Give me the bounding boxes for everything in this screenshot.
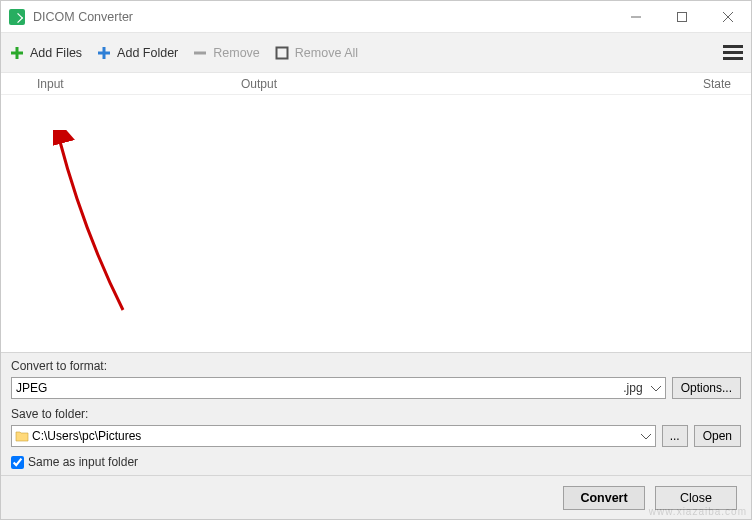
same-as-input-label: Same as input folder xyxy=(28,455,138,469)
close-window-button[interactable] xyxy=(705,1,751,33)
format-name: JPEG xyxy=(16,381,47,395)
footer: Convert Close xyxy=(1,475,751,519)
remove-all-button[interactable]: Remove All xyxy=(274,45,358,61)
col-input: Input xyxy=(1,77,201,91)
file-list[interactable] xyxy=(1,95,751,352)
plus-icon xyxy=(96,45,112,61)
toolbar: Add Files Add Folder Remove Remove All xyxy=(1,33,751,73)
menu-button[interactable] xyxy=(723,45,743,60)
open-button[interactable]: Open xyxy=(694,425,741,447)
options-label: Options... xyxy=(681,381,732,395)
add-folder-label: Add Folder xyxy=(117,46,178,60)
col-state: State xyxy=(671,77,751,91)
folder-path: C:\Users\pc\Pictures xyxy=(32,429,141,443)
convert-button[interactable]: Convert xyxy=(563,486,645,510)
close-button-label: Close xyxy=(680,491,712,505)
minus-icon xyxy=(192,45,208,61)
remove-all-label: Remove All xyxy=(295,46,358,60)
options-button[interactable]: Options... xyxy=(672,377,741,399)
chevron-down-icon xyxy=(651,381,661,395)
add-folder-button[interactable]: Add Folder xyxy=(96,45,178,61)
add-files-label: Add Files xyxy=(30,46,82,60)
window-title: DICOM Converter xyxy=(33,10,133,24)
folder-select[interactable]: C:\Users\pc\Pictures xyxy=(11,425,656,447)
close-button[interactable]: Close xyxy=(655,486,737,510)
browse-label: ... xyxy=(670,429,680,443)
same-as-input-input[interactable] xyxy=(11,456,24,469)
chevron-down-icon xyxy=(641,429,651,443)
app-icon xyxy=(9,9,25,25)
title-bar: DICOM Converter xyxy=(1,1,751,33)
save-label: Save to folder: xyxy=(11,407,741,421)
remove-label: Remove xyxy=(213,46,260,60)
square-icon xyxy=(274,45,290,61)
plus-icon xyxy=(9,45,25,61)
settings-panel: Convert to format: JPEG .jpg Options... … xyxy=(1,352,751,475)
browse-button[interactable]: ... xyxy=(662,425,688,447)
open-label: Open xyxy=(703,429,732,443)
same-as-input-checkbox[interactable]: Same as input folder xyxy=(11,455,741,469)
maximize-button[interactable] xyxy=(659,1,705,33)
format-ext: .jpg xyxy=(623,381,642,395)
format-select[interactable]: JPEG .jpg xyxy=(11,377,666,399)
col-output: Output xyxy=(201,77,671,91)
folder-icon xyxy=(12,426,32,446)
annotation-arrow xyxy=(53,130,153,330)
convert-button-label: Convert xyxy=(580,491,627,505)
add-files-button[interactable]: Add Files xyxy=(9,45,82,61)
convert-label: Convert to format: xyxy=(11,359,741,373)
remove-button[interactable]: Remove xyxy=(192,45,260,61)
column-header: Input Output State xyxy=(1,73,751,95)
svg-rect-1 xyxy=(678,12,687,21)
minimize-button[interactable] xyxy=(613,1,659,33)
svg-rect-9 xyxy=(276,47,287,58)
